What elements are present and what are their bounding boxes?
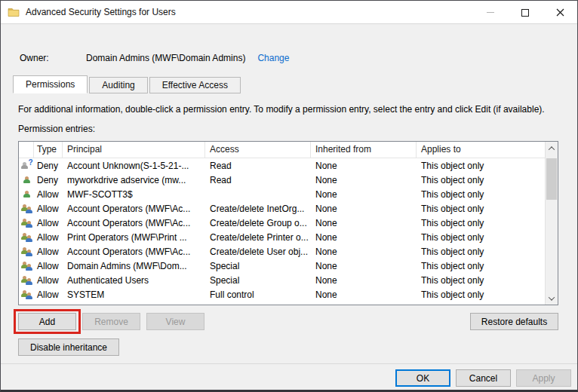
table-row[interactable]: ? Allow SYSTEM Full control None This ob… [19, 288, 558, 302]
cell-inherited-from: None [311, 202, 417, 216]
scroll-thumb[interactable] [546, 158, 557, 200]
table-row[interactable]: ? Allow MWF-SCOTT3$ None This object onl… [19, 188, 558, 202]
user-unknown-icon: ? [20, 161, 33, 172]
cancel-button[interactable]: Cancel [456, 369, 511, 387]
cell-type: Deny [34, 159, 63, 173]
table-row[interactable]: ? Allow Account Operators (MWF\Ac... Cre… [19, 245, 558, 259]
advanced-security-settings-dialog: Advanced Security Settings for Users Own… [0, 0, 578, 392]
chevron-up-icon [549, 146, 555, 152]
cell-type: Allow [34, 259, 63, 274]
cell-inherited-from: None [311, 216, 417, 231]
cell-applies-to: This object only [417, 202, 558, 216]
cell-access: Read [205, 159, 311, 173]
apply-button: Apply [516, 369, 571, 387]
maximize-icon [521, 9, 529, 17]
table-row[interactable]: ? Allow Account Operators (MWF\Ac... Cre… [19, 216, 558, 231]
tab-auditing[interactable]: Auditing [89, 77, 147, 93]
window-title: Advanced Security Settings for Users [26, 7, 176, 17]
ok-button[interactable]: OK [395, 369, 450, 387]
cell-inherited-from: None [311, 259, 417, 274]
cell-principal: Account Unknown(S-1-5-21-... [63, 159, 205, 173]
tab-strip: Permissions Auditing Effective Access [13, 75, 242, 93]
column-header-principal[interactable]: Principal [63, 142, 205, 158]
group-icon: ? [20, 247, 33, 258]
column-header-applies-to[interactable]: Applies to [417, 142, 558, 158]
disable-inheritance-button[interactable]: Disable inheritance [18, 338, 119, 356]
cell-type: Allow [34, 274, 63, 288]
group-icon: ? [20, 218, 33, 229]
cell-principal: SYSTEM [63, 288, 205, 302]
column-header-type[interactable]: Type [34, 142, 63, 158]
owner-label: Owner: [20, 53, 86, 63]
table-row[interactable]: ? Deny myworkdrive adservice (mw... Read… [19, 173, 558, 188]
window-controls [473, 1, 577, 24]
cell-principal: Print Operators (MWF\Print ... [63, 231, 205, 245]
cell-principal: Account Operators (MWF\Ac... [63, 202, 205, 216]
tab-permissions[interactable]: Permissions [13, 75, 88, 93]
info-text: For additional information, double-click… [18, 104, 566, 115]
tab-effective-access[interactable]: Effective Access [149, 77, 241, 93]
cell-inherited-from: None [311, 231, 417, 245]
cell-type: Allow [34, 245, 63, 259]
restore-defaults-button[interactable]: Restore defaults [470, 313, 558, 330]
column-header-inherited-from[interactable]: Inherited from [311, 142, 417, 158]
chevron-down-icon [549, 294, 555, 300]
table-row[interactable]: ? Allow Authenticated Users Special None… [19, 274, 558, 288]
maximize-button[interactable] [508, 1, 543, 24]
cell-type: Allow [34, 288, 63, 302]
minimize-icon [487, 12, 494, 13]
table-row[interactable]: ? Deny Account Unknown(S-1-5-21-... Read… [19, 159, 558, 173]
cell-inherited-from: None [311, 173, 417, 188]
cell-inherited-from: None [311, 288, 417, 302]
cell-principal: Account Operators (MWF\Ac... [63, 245, 205, 259]
user-icon: ? [20, 175, 33, 186]
table-body: ? Deny Account Unknown(S-1-5-21-... Read… [19, 159, 558, 302]
change-owner-link[interactable]: Change [257, 53, 289, 63]
cell-access: Special [205, 259, 311, 274]
table-row[interactable]: ? Allow Account Operators (MWF\Ac... Cre… [19, 202, 558, 216]
cell-access [205, 188, 311, 202]
cell-type: Allow [34, 231, 63, 245]
cell-inherited-from: None [311, 245, 417, 259]
cell-access: Read [205, 173, 311, 188]
column-header-icon [19, 142, 34, 158]
cell-principal: Domain Admins (MWF\Dom... [63, 259, 205, 274]
view-button: View [146, 313, 204, 330]
cell-principal: Authenticated Users [63, 274, 205, 288]
footer-divider [1, 363, 578, 364]
table-row[interactable]: ? Allow Domain Admins (MWF\Dom... Specia… [19, 259, 558, 274]
scroll-up-button[interactable] [546, 142, 558, 155]
cell-inherited-from: None [311, 188, 417, 202]
cell-type: Allow [34, 202, 63, 216]
group-icon: ? [20, 289, 33, 301]
owner-value: Domain Admins (MWF\Domain Admins) [86, 53, 245, 63]
cell-type: Allow [34, 188, 63, 202]
add-button[interactable]: Add [18, 313, 76, 330]
cell-access: Create/delete Printer o... [205, 231, 311, 245]
close-button[interactable] [543, 1, 577, 24]
cell-applies-to: This object only [417, 173, 558, 188]
cell-applies-to: This object only [417, 288, 558, 302]
cell-access: Create/delete User obj... [205, 245, 311, 259]
cell-inherited-from: None [311, 274, 417, 288]
user-icon: ? [20, 189, 33, 201]
cell-principal: Account Operators (MWF\Ac... [63, 216, 205, 231]
cell-applies-to: This object only [417, 159, 558, 173]
close-icon [556, 8, 564, 17]
table-row[interactable]: ? Allow Print Operators (MWF\Print ... C… [19, 231, 558, 245]
cell-applies-to: This object only [417, 188, 558, 202]
group-icon: ? [20, 275, 33, 286]
owner-row: Owner: Domain Admins (MWF\Domain Admins)… [20, 53, 289, 63]
group-icon: ? [20, 204, 33, 215]
cell-principal: myworkdrive adservice (mw... [63, 173, 205, 188]
cell-applies-to: This object only [417, 274, 558, 288]
cell-principal: MWF-SCOTT3$ [63, 188, 205, 202]
permission-entries-label: Permission entries: [18, 124, 95, 134]
cell-access: Full control [205, 288, 311, 302]
scroll-down-button[interactable] [546, 292, 558, 305]
column-header-access[interactable]: Access [205, 142, 311, 158]
cell-inherited-from: None [311, 159, 417, 173]
cell-type: Allow [34, 216, 63, 231]
remove-button: Remove [82, 313, 140, 330]
vertical-scrollbar[interactable] [545, 142, 558, 305]
